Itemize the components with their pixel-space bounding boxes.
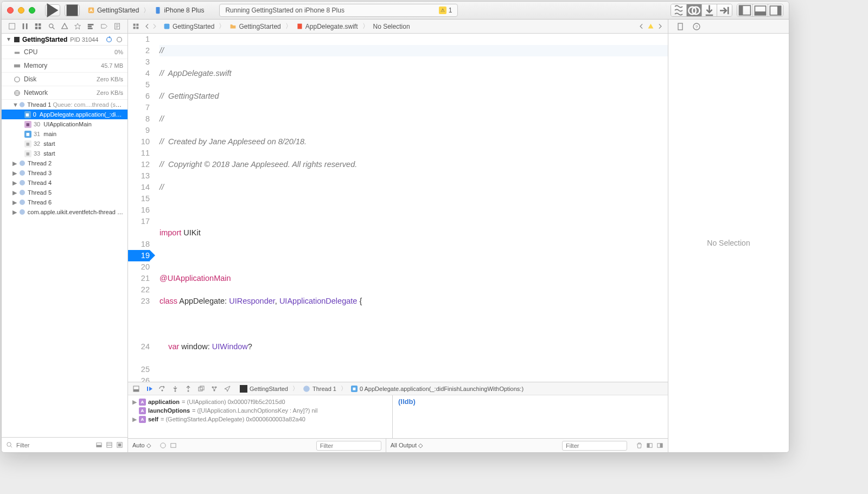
minimize-window-button[interactable] [18, 7, 24, 14]
warning-indicator[interactable]: ⚠ 1 [439, 7, 452, 14]
breakpoint-marker[interactable]: 19 [128, 250, 150, 261]
debug-console[interactable]: (lldb) [393, 395, 668, 438]
disclosure-triangle-icon[interactable] [6, 37, 11, 42]
xcode-window: GettingStarted 〉 iPhone 8 Plus Running G… [1, 1, 789, 453]
scheme-selector[interactable]: GettingStarted 〉 iPhone 8 Plus [87, 6, 204, 15]
variable-row[interactable]: ▶A application = (UIApplication) 0x00007… [128, 397, 392, 406]
next-issue-button[interactable] [656, 23, 663, 30]
show-console-view-button[interactable] [656, 442, 663, 449]
go-back-button[interactable] [144, 23, 151, 30]
disclosure-triangle-icon[interactable]: ▶ [12, 209, 17, 216]
jump-selection[interactable]: No Selection [373, 23, 410, 30]
version-editor-button[interactable] [701, 4, 717, 16]
run-button[interactable] [45, 4, 60, 16]
debug-jump-bar[interactable]: GettingStarted 〉 Thread 1 〉 ◼ 0 AppDeleg… [240, 384, 524, 393]
activity-status-bar[interactable]: Running GettingStarted on iPhone 8 Plus … [219, 4, 458, 17]
related-items-icon[interactable] [132, 23, 139, 30]
thread-row[interactable]: ▶Thread 4 [2, 178, 127, 188]
toggle-inspector-button[interactable] [768, 4, 783, 16]
source-control-navigator-icon[interactable] [21, 22, 29, 30]
debug-memory-graph-button[interactable] [210, 385, 218, 393]
file-inspector-icon[interactable] [676, 22, 685, 31]
project-navigator-icon[interactable] [8, 22, 16, 30]
jump-project[interactable]: GettingStarted [163, 23, 214, 30]
editor-options-button[interactable] [717, 4, 732, 16]
stack-frame-row[interactable]: ◼ 33 start [2, 149, 127, 158]
network-metric[interactable]: Network Zero KB/s [2, 86, 127, 100]
scheme-name: GettingStarted [97, 7, 139, 14]
continue-button[interactable] [145, 385, 153, 393]
console-filter-input[interactable] [562, 441, 627, 451]
cpu-metric[interactable]: CPU 0% [2, 46, 127, 59]
disclosure-triangle-icon[interactable]: ▶ [12, 170, 17, 177]
quicklook-icon[interactable] [159, 442, 167, 449]
thread-row[interactable]: ▶Thread 2 [2, 158, 127, 168]
options-icon[interactable] [116, 36, 123, 43]
thread-row[interactable]: ▶com.apple.uikit.eventfetch-thread (7) [2, 207, 127, 217]
variable-row[interactable]: ▶A self = (GettingStarted.AppDelegate) 0… [128, 415, 392, 424]
thread-row[interactable]: ▼ Thread 1 Queue: com....thread (serial) [2, 100, 127, 110]
disclosure-triangle-icon[interactable]: ▶ [12, 179, 17, 187]
process-row[interactable]: GettingStarted PID 31044 [2, 34, 127, 46]
filter-option-1-icon[interactable] [95, 441, 103, 448]
console-output-mode-select[interactable]: All Output ◇ [391, 442, 423, 449]
standard-editor-button[interactable] [671, 4, 686, 16]
line-gutter[interactable]: 1234567891011121314151617181920212223242… [128, 34, 157, 382]
disclosure-triangle-icon[interactable]: ▶ [12, 160, 17, 167]
step-out-button[interactable] [184, 385, 192, 393]
report-navigator-icon[interactable] [113, 22, 121, 30]
jump-bar[interactable]: GettingStarted 〉 GettingStarted 〉 AppDel… [128, 20, 668, 33]
stop-button[interactable] [65, 4, 80, 16]
filter-icon[interactable] [6, 441, 13, 448]
memory-metric[interactable]: Memory 45.7 MB [2, 59, 127, 73]
variables-view[interactable]: ▶A application = (UIApplication) 0x00007… [128, 395, 393, 438]
jump-file[interactable]: AppDelegate.swift [296, 23, 358, 30]
hide-debug-area-button[interactable] [132, 385, 140, 393]
variables-view-mode-select[interactable]: Auto ◇ [132, 442, 151, 449]
clear-console-button[interactable] [636, 442, 643, 449]
svg-rect-13 [26, 23, 28, 29]
close-window-button[interactable] [7, 7, 14, 14]
filter-option-3-icon[interactable] [116, 441, 123, 448]
step-into-button[interactable] [171, 385, 179, 393]
toggle-navigator-button[interactable] [737, 4, 752, 16]
toggle-debug-area-button[interactable] [752, 4, 768, 16]
jump-folder[interactable]: GettingStarted [229, 23, 280, 30]
issue-indicator-icon[interactable] [647, 23, 654, 30]
simulate-location-button[interactable] [224, 385, 231, 393]
step-over-button[interactable] [158, 385, 166, 393]
symbol-navigator-icon[interactable] [34, 22, 42, 30]
sidebar-filter-input[interactable] [16, 442, 92, 448]
prev-issue-button[interactable] [638, 23, 645, 30]
disclosure-triangle-icon[interactable]: ▶ [12, 189, 17, 196]
variables-filter-input[interactable] [316, 441, 381, 451]
thread-icon [19, 209, 25, 215]
assistant-editor-button[interactable] [686, 4, 701, 16]
stack-frame-row[interactable]: ◼ 30 UIApplicationMain [2, 119, 127, 129]
stack-frame-row[interactable]: ◼ 0 AppDelegate.application(_:didFin... [2, 110, 127, 119]
disclosure-triangle-icon[interactable]: ▶ [12, 199, 17, 206]
code-content[interactable]: // // AppDelegate.swift // GettingStarte… [157, 34, 668, 382]
source-editor[interactable]: 1234567891011121314151617181920212223242… [128, 34, 668, 382]
filter-option-2-icon[interactable] [106, 441, 113, 448]
stack-frame-row[interactable]: ◼ 31 main [2, 129, 127, 139]
zoom-window-button[interactable] [29, 7, 35, 14]
breakpoint-navigator-icon[interactable] [100, 22, 108, 30]
thread-row[interactable]: ▶Thread 5 [2, 188, 127, 197]
refresh-icon[interactable] [105, 36, 113, 43]
issue-navigator-icon[interactable] [61, 22, 68, 30]
find-navigator-icon[interactable] [48, 22, 55, 30]
thread-row[interactable]: ▶Thread 3 [2, 168, 127, 178]
stack-frame-row[interactable]: ◼ 32 start [2, 139, 127, 149]
help-inspector-icon[interactable]: ? [692, 22, 701, 31]
debug-navigator-icon[interactable] [87, 22, 94, 30]
thread-row[interactable]: ▶Thread 6 [2, 197, 127, 207]
go-forward-button[interactable] [151, 23, 158, 30]
debug-view-hierarchy-button[interactable] [197, 385, 205, 393]
variable-row[interactable]: A launchOptions = ([UIApplication.Launch… [128, 406, 392, 415]
print-description-icon[interactable] [170, 442, 177, 449]
test-navigator-icon[interactable] [74, 22, 81, 30]
disk-metric[interactable]: Disk Zero KB/s [2, 73, 127, 86]
show-variables-view-button[interactable] [646, 442, 653, 449]
disclosure-triangle-icon[interactable]: ▼ [12, 101, 17, 108]
